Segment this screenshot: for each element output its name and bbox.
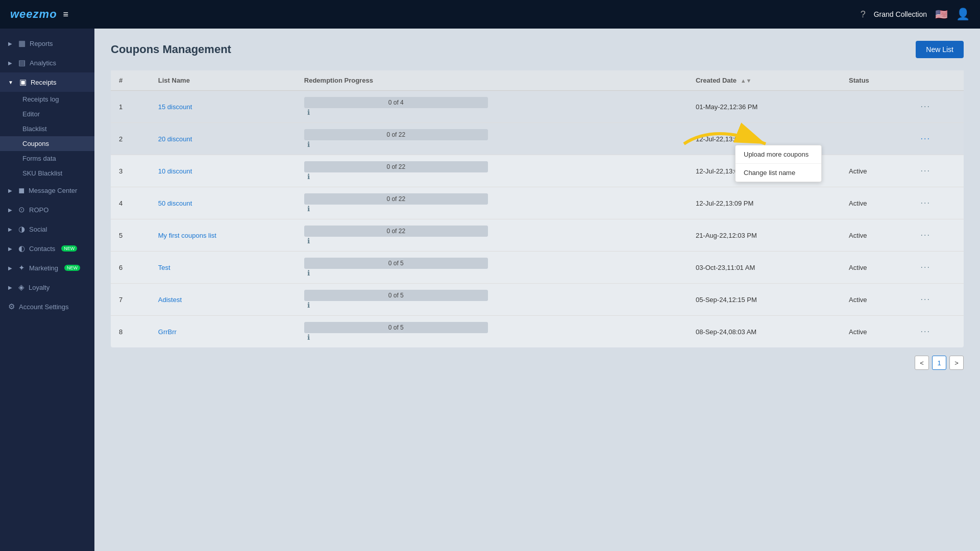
row-actions-button[interactable]: ···	[920, 198, 930, 207]
list-name-link[interactable]: Adistest	[158, 296, 182, 304]
progress-text: 0 of 5	[388, 292, 404, 299]
chevron-icon: ▶	[8, 41, 12, 46]
cell-name[interactable]: GrrBrr	[150, 316, 296, 348]
page-header: Coupons Management New List	[111, 41, 964, 58]
cell-status: Active	[841, 284, 912, 316]
row-actions-button[interactable]: ···	[920, 295, 930, 304]
cell-date: 21-Aug-22,12:03 PM	[688, 219, 841, 252]
chevron-icon: ▶	[8, 207, 12, 213]
sidebar-item-label: Message Center	[29, 187, 77, 194]
new-list-button[interactable]: New List	[916, 41, 964, 58]
chevron-icon: ▶	[8, 265, 12, 271]
progress-text: 0 of 22	[386, 195, 405, 203]
chevron-icon: ▼	[8, 80, 13, 85]
row-actions-button[interactable]: ···	[920, 134, 930, 143]
sidebar-item-coupons[interactable]: Coupons	[0, 136, 94, 151]
info-icon[interactable]: ℹ	[307, 108, 310, 116]
sidebar-item-sku-blacklist[interactable]: SKU Blacklist	[0, 166, 94, 181]
cell-name[interactable]: Adistest	[150, 284, 296, 316]
cell-actions[interactable]: ···	[912, 155, 964, 187]
table-row: 7Adistest0 of 5ℹ05-Sep-24,12:15 PMActive…	[111, 284, 964, 316]
cell-name[interactable]: 10 discount	[150, 155, 296, 187]
info-icon[interactable]: ℹ	[307, 333, 310, 341]
help-icon[interactable]: ?	[861, 9, 866, 20]
list-name-link[interactable]: 10 discount	[158, 167, 192, 175]
sidebar-item-reports[interactable]: ▶ ▦ Reports	[0, 34, 94, 53]
list-name-link[interactable]: GrrBrr	[158, 328, 177, 336]
cell-actions[interactable]: ···	[912, 252, 964, 284]
row-actions-button[interactable]: ···	[920, 327, 930, 336]
sidebar-item-social[interactable]: ▶ ◑ Social	[0, 219, 94, 239]
row-actions-button[interactable]: ···	[920, 263, 930, 271]
cell-actions[interactable]: ···	[912, 219, 964, 252]
list-name-link[interactable]: My first coupons list	[158, 232, 216, 239]
list-name-link[interactable]: 50 discount	[158, 199, 192, 207]
cell-actions[interactable]: ···	[912, 316, 964, 348]
chevron-icon: ▶	[8, 246, 12, 252]
pagination-page-1[interactable]: 1	[932, 356, 946, 370]
reports-icon: ▦	[18, 39, 26, 48]
cell-name[interactable]: 15 discount	[150, 91, 296, 123]
cell-num: 4	[111, 187, 150, 219]
sidebar-item-message-center[interactable]: ▶ ◼ Message Center	[0, 181, 94, 200]
cell-name[interactable]: 50 discount	[150, 187, 296, 219]
col-date[interactable]: Created Date ▲▼	[688, 70, 841, 91]
context-menu-rename[interactable]: Change list name	[736, 164, 821, 182]
sidebar-item-contacts[interactable]: ▶ ◐ Contacts NEW	[0, 239, 94, 258]
row-actions-button[interactable]: ···	[920, 166, 930, 175]
table-row: 8GrrBrr0 of 5ℹ08-Sep-24,08:03 AMActive··…	[111, 316, 964, 348]
user-icon[interactable]: 👤	[956, 8, 970, 21]
info-icon[interactable]: ℹ	[307, 205, 310, 213]
sidebar-item-loyalty[interactable]: ▶ ◈ Loyalty	[0, 278, 94, 297]
row-actions-button[interactable]: ···	[920, 102, 930, 111]
list-name-link[interactable]: Test	[158, 264, 170, 271]
cell-name[interactable]: 20 discount	[150, 123, 296, 155]
sidebar-item-label: Account Settings	[19, 303, 69, 311]
info-icon[interactable]: ℹ	[307, 172, 310, 181]
col-actions	[912, 70, 964, 91]
cell-date: 01-May-22,12:36 PM	[688, 91, 841, 123]
cell-actions[interactable]: ···	[912, 284, 964, 316]
cell-name[interactable]: Test	[150, 252, 296, 284]
info-icon[interactable]: ℹ	[307, 140, 310, 148]
progress-text: 0 of 22	[386, 228, 405, 235]
cell-progress: 0 of 5ℹ	[296, 316, 688, 348]
sidebar-item-account-settings[interactable]: ⚙ Account Settings	[0, 297, 94, 316]
cell-progress: 0 of 22ℹ	[296, 155, 688, 187]
sidebar-item-ropo[interactable]: ▶ ⊙ ROPO	[0, 200, 94, 219]
progress-bar: 0 of 22	[304, 226, 488, 237]
sidebar-item-blacklist[interactable]: Blacklist	[0, 121, 94, 136]
table-row: 220 discount0 of 22ℹ12-Jul-22,13:09 PM··…	[111, 123, 964, 155]
sidebar-item-marketing[interactable]: ▶ ✦ Marketing NEW	[0, 258, 94, 278]
list-name-link[interactable]: 15 discount	[158, 103, 192, 111]
cell-actions[interactable]: ···	[912, 91, 964, 123]
cell-actions[interactable]: ···	[912, 123, 964, 155]
store-name: Grand Collection	[874, 10, 927, 18]
sidebar-item-editor[interactable]: Editor	[0, 107, 94, 121]
sidebar-item-analytics[interactable]: ▶ ▤ Analytics	[0, 53, 94, 72]
info-icon[interactable]: ℹ	[307, 301, 310, 309]
info-icon[interactable]: ℹ	[307, 237, 310, 245]
col-status: Status	[841, 70, 912, 91]
pagination-next[interactable]: >	[949, 356, 964, 370]
cell-num: 6	[111, 252, 150, 284]
pagination-prev[interactable]: <	[915, 356, 929, 370]
cell-progress: 0 of 22ℹ	[296, 187, 688, 219]
cell-actions[interactable]: ···	[912, 187, 964, 219]
sidebar-item-receipts[interactable]: ▼ ▣ Receipts	[0, 72, 94, 92]
sidebar-item-label: Reports	[30, 40, 53, 47]
cell-name[interactable]: My first coupons list	[150, 219, 296, 252]
logo: weezmo	[10, 8, 57, 21]
settings-icon: ⚙	[8, 302, 15, 311]
contacts-icon: ◐	[18, 244, 25, 253]
row-actions-button[interactable]: ···	[920, 231, 930, 239]
hamburger-icon[interactable]: ≡	[63, 9, 69, 20]
context-menu-upload[interactable]: Upload more coupons	[736, 145, 821, 164]
sidebar-item-receipts-log[interactable]: Receipts log	[0, 92, 94, 107]
cell-date: 12-Jul-22,13:09 PM	[688, 187, 841, 219]
sidebar-item-forms-data[interactable]: Forms data	[0, 151, 94, 166]
list-name-link[interactable]: 20 discount	[158, 135, 192, 143]
cell-progress: 0 of 22ℹ	[296, 219, 688, 252]
info-icon[interactable]: ℹ	[307, 269, 310, 277]
cell-num: 1	[111, 91, 150, 123]
